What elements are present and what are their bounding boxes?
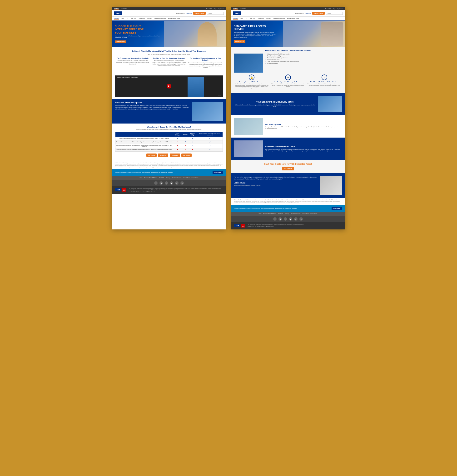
fiber-bullet-2: Symmetrical download AND upload speeds [265, 57, 342, 59]
speed-col-2: 500Mbps [182, 132, 188, 137]
quote-btn-right[interactable]: Request a Quote [312, 12, 325, 15]
footer-privacy-right[interactable]: Your California Privacy Choices [303, 213, 318, 214]
icon-feature-text-1-right: TDS manages the installation process fro… [271, 83, 305, 87]
nav-internet-right[interactable]: Internet [233, 18, 238, 19]
nav-tv-left[interactable]: TV [127, 18, 128, 19]
linkedin-icon-right[interactable]: ▶ [289, 217, 292, 221]
quote-cta-btn-right[interactable]: GET STARTED [282, 167, 294, 170]
icon-feature-0-right: 🔒 Securely Connect Multiple Locations Ou… [234, 75, 269, 89]
quote-btn-left[interactable]: Request a Quote [193, 12, 206, 15]
my-account-link-right[interactable]: My Account [337, 8, 343, 9]
video-left[interactable]: Scalable Fiber Internet for your Busines… [115, 76, 223, 97]
row-label-2: Sharing large files, hosting your own se… [115, 144, 173, 148]
nav-resources-left[interactable]: Resources [139, 18, 145, 19]
icon-feature-title-1-right: Let Our Expert Staff Manage the Process [271, 81, 305, 83]
tab-business-right[interactable]: Business [233, 8, 238, 9]
search-input-left[interactable] [207, 12, 224, 15]
nav-tv-right[interactable]: TV [246, 18, 247, 19]
nav-why-tds-left[interactable]: Why TDS [131, 18, 136, 19]
pinterest-icon-right[interactable]: p [294, 217, 297, 221]
cloud-title-right: Connect Seamlessly to the Cloud [265, 146, 342, 148]
facebook-icon-right[interactable]: f [273, 217, 277, 221]
twitter-icon-right[interactable]: 𝕏 [279, 217, 282, 221]
get-started-btn-3[interactable]: Get Started [181, 153, 192, 157]
nav-resources-right[interactable]: Resources [258, 18, 264, 19]
about-tds-link-left[interactable]: About TDS [206, 8, 212, 9]
footer-bottom-right: TDS BEST 2023 TDS Telecom® and TDS Metro… [231, 222, 345, 229]
tab-residential-left[interactable]: Residential [121, 8, 127, 9]
nav-industries-right[interactable]: Industries We Serve [287, 18, 299, 19]
feature-col-0-left: The Programs and Apps You Use Regularly … [116, 57, 150, 69]
cross-icon: ✕ [177, 149, 178, 150]
check-icon: ✓ [209, 149, 211, 150]
testimonial-image-right [320, 176, 342, 195]
nav-oneplace-right[interactable]: OnePlace Solutions [273, 18, 285, 19]
speed-title-left: What Internet Speed Do I Need for My Bus… [115, 126, 223, 128]
logo-left[interactable]: TDS [114, 11, 122, 15]
footer-about-left[interactable]: About TDS [159, 177, 164, 178]
nav-support-left[interactable]: Support [147, 18, 152, 19]
tab-residential-right[interactable]: Residential [240, 8, 246, 9]
footer-privacy-left[interactable]: Your California Privacy Choices [184, 177, 198, 178]
nav-internet-left[interactable]: Internet [114, 18, 119, 19]
nav-support-right[interactable]: Support [266, 18, 271, 19]
instagram-icon-left[interactable]: in [165, 181, 168, 185]
subscribe-btn-right[interactable]: SUBSCRIBE [331, 207, 342, 210]
footer-sitemap-left[interactable]: Sitemap [166, 177, 170, 178]
icon-feature-text-0-right: Our Metro Ethernet delivers an ultra-fas… [234, 83, 269, 89]
footer-home-right[interactable]: Home [259, 213, 262, 214]
testimonial-right: "We were looking for the strongest Inter… [231, 173, 345, 198]
hero2-cta-right[interactable]: GET STARTED [234, 40, 245, 43]
footer-logo-box-right: TDS [234, 224, 240, 227]
nav-voice-left[interactable]: Voice [121, 18, 124, 19]
linkedin-icon-left[interactable]: ▶ [170, 181, 173, 185]
bandwidth-section-right: Your Bandwidth Is Exclusively Yours With… [231, 93, 345, 115]
get-started-btn-1[interactable]: Get Started [158, 153, 168, 157]
speed-subtitle-left: Here is a chart to help you get a handle… [115, 129, 223, 130]
blog-link-left[interactable]: Blog [214, 8, 216, 9]
nav-voice-right[interactable]: Voice [240, 18, 243, 19]
footer-home-left[interactable]: Home [140, 177, 143, 178]
get-started-btn-0[interactable]: Get Started [146, 153, 157, 157]
footer-logo-box-left: TDS [115, 188, 121, 191]
video-play-left[interactable]: ▶ [167, 84, 171, 89]
instagram-icon-right[interactable]: in [284, 217, 287, 221]
nav-industries-left[interactable]: Industries We Serve [168, 18, 180, 19]
scale-icon: ↔ [322, 75, 327, 80]
pinterest-icon-left[interactable]: p [175, 181, 178, 185]
footer-terms-left[interactable]: Business Terms & Policies [144, 177, 157, 178]
nav-oneplace-left[interactable]: OnePlace Solutions [154, 18, 166, 19]
testimonial-content-right: "We were looking for the strongest Inter… [234, 176, 318, 186]
footer-terms-right[interactable]: Business Terms & Policies [263, 213, 276, 214]
upload-title-left: Upload vs. Download Speeds [115, 102, 189, 104]
cloud-section-right: Connect Seamlessly to the Cloud With a p… [231, 137, 345, 160]
phone-left: 1-800-448-0271 [176, 13, 185, 14]
get-started-btn-2[interactable]: Get Started [170, 153, 180, 157]
footer-about-right[interactable]: About TDS [278, 213, 283, 214]
footer-text-left: TDS Telecom® and TDS Metrocom® are the r… [128, 188, 223, 191]
about-tds-link-right[interactable]: About TDS [325, 8, 331, 9]
row-label-0: Online browsing, email, point-of-sale sy… [115, 137, 173, 140]
google-icon-right[interactable]: g [299, 217, 303, 221]
fiber-bullet-1: Scalable speeds up to 10Gig [265, 55, 342, 57]
footer-sitemap-right[interactable]: Sitemap [285, 213, 289, 214]
google-icon-left[interactable]: g [180, 181, 184, 185]
nav-why-tds-right[interactable]: Why TDS [250, 18, 255, 19]
blog-link-right[interactable]: Blog [333, 8, 335, 9]
footer-residential-left[interactable]: Residential Services [172, 177, 182, 178]
search-input-right[interactable] [326, 12, 343, 15]
nav-left: Internet Voice TV Why TDS Resources Supp… [112, 17, 226, 21]
contact-link-right[interactable]: Contact Us [305, 13, 311, 14]
twitter-icon-left[interactable]: 𝕏 [160, 181, 163, 185]
my-account-link-left[interactable]: My Account [218, 8, 224, 9]
hero-cta-left[interactable]: GET STARTED [115, 41, 126, 43]
subscribe-btn-left[interactable]: SUBSCRIBE [212, 171, 223, 174]
footer-residential-right[interactable]: Residential Services [291, 213, 301, 214]
contact-link-left[interactable]: Contact Us [186, 13, 192, 14]
logo-right[interactable]: TDS [233, 11, 241, 15]
fiber-image-box-right [234, 53, 263, 73]
facebook-icon-left[interactable]: f [154, 181, 158, 185]
tab-business-left[interactable]: Business [114, 8, 119, 9]
social-row-right: f 𝕏 in ▶ p g [231, 216, 345, 222]
testimonial-author-right: Jeff Schultz, Technology Manager, O'Conn… [234, 185, 318, 186]
